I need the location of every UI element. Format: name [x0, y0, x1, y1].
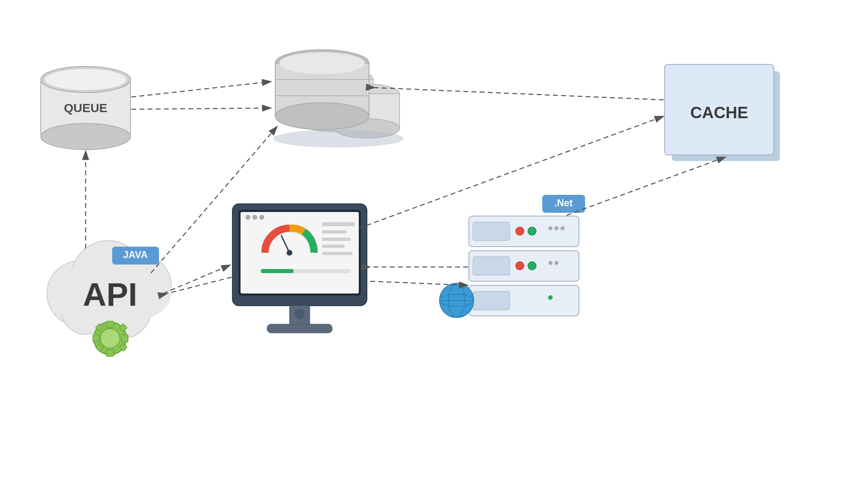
svg-rect-48	[322, 230, 347, 234]
api-label: API	[83, 276, 137, 313]
svg-point-63	[554, 226, 559, 230]
svg-line-78	[131, 82, 271, 97]
svg-point-44	[259, 215, 264, 220]
svg-rect-51	[322, 252, 353, 255]
diagram-container: QUEUE CACHE	[0, 0, 868, 492]
svg-rect-33	[121, 335, 128, 342]
svg-rect-59	[473, 222, 510, 240]
cache-label: CACHE	[690, 104, 748, 121]
svg-point-62	[548, 226, 552, 230]
svg-line-85	[359, 116, 664, 228]
svg-point-46	[287, 250, 292, 256]
net-badge: .Net	[554, 197, 572, 208]
svg-point-64	[561, 226, 565, 230]
svg-point-67	[516, 262, 524, 270]
svg-line-79	[131, 108, 271, 109]
svg-rect-55	[267, 324, 332, 333]
svg-rect-50	[322, 245, 345, 248]
svg-rect-31	[106, 350, 114, 356]
svg-point-6	[45, 69, 126, 90]
svg-rect-53	[261, 269, 294, 273]
svg-point-18	[279, 52, 365, 74]
svg-rect-30	[106, 321, 114, 328]
svg-line-88	[567, 157, 726, 215]
svg-rect-32	[93, 335, 99, 342]
queue-label: QUEUE	[64, 101, 108, 115]
svg-line-83	[163, 265, 230, 293]
svg-point-68	[528, 262, 536, 270]
svg-rect-49	[322, 238, 351, 241]
svg-point-43	[252, 215, 257, 220]
svg-point-77	[548, 296, 552, 300]
svg-point-29	[100, 329, 120, 348]
svg-point-69	[548, 261, 552, 265]
svg-point-61	[528, 227, 536, 235]
svg-line-80	[375, 88, 664, 100]
diagram-svg: QUEUE CACHE	[0, 0, 868, 492]
svg-point-70	[554, 261, 559, 265]
svg-point-19	[273, 130, 404, 148]
svg-point-17	[275, 103, 369, 130]
svg-rect-72	[473, 291, 510, 310]
svg-point-60	[516, 227, 524, 235]
svg-point-5	[41, 124, 130, 150]
java-badge: JAVA	[123, 249, 148, 260]
svg-point-56	[295, 309, 305, 319]
svg-line-84	[167, 277, 232, 293]
svg-point-42	[245, 215, 250, 220]
svg-rect-66	[473, 257, 510, 275]
svg-rect-47	[322, 222, 355, 226]
